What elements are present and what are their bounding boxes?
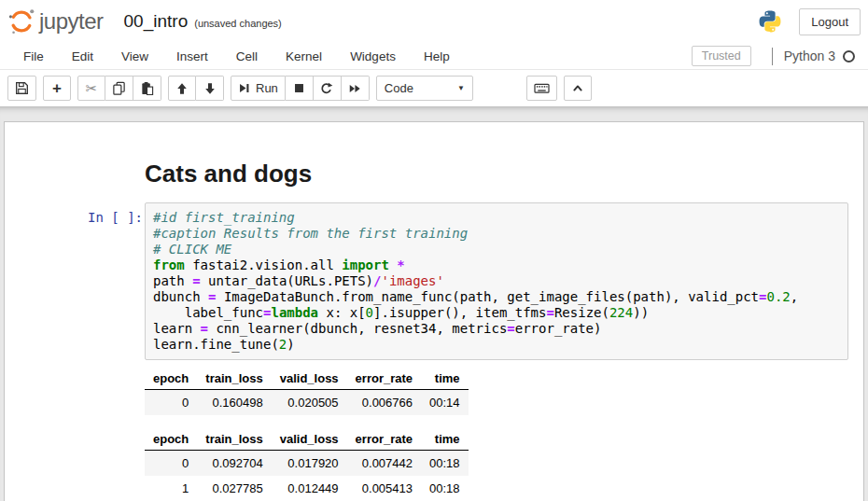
cut-cell-button[interactable]: ✂ <box>77 76 105 101</box>
menu-kernel[interactable]: Kernel <box>272 44 336 69</box>
cell-type-value: Code <box>385 81 413 95</box>
training-progress-table: epochtrain_lossvalid_losserror_ratetime0… <box>145 428 469 501</box>
run-button-label: Run <box>256 81 278 95</box>
floppy-disk-icon <box>15 81 29 95</box>
clipboard-paste-icon <box>140 81 154 95</box>
refresh-icon <box>320 82 333 95</box>
save-button[interactable] <box>7 76 36 101</box>
input-area[interactable]: #id first_training#caption Results from … <box>145 202 848 360</box>
step-forward-icon <box>238 82 250 94</box>
add-cell-button[interactable]: + <box>43 76 71 101</box>
menu-file[interactable]: File <box>9 44 58 69</box>
menu-insert[interactable]: Insert <box>162 44 222 69</box>
menu-edit[interactable]: Edit <box>58 44 107 69</box>
interrupt-kernel-button[interactable] <box>286 76 314 101</box>
logout-button[interactable]: Logout <box>799 8 861 35</box>
command-palette-button[interactable] <box>526 76 557 101</box>
arrow-down-icon <box>203 82 217 95</box>
paste-cell-button[interactable] <box>133 76 161 101</box>
scissors-icon: ✂ <box>86 81 98 95</box>
code-editor[interactable]: #id first_training#caption Results from … <box>153 210 840 353</box>
cell-type-dropdown[interactable]: Code ▼ <box>376 76 473 101</box>
move-cell-up-button[interactable] <box>168 76 196 101</box>
scroll-collapse-button[interactable] <box>564 76 592 101</box>
notebook-title[interactable]: 00_intro <box>124 11 189 32</box>
trusted-badge[interactable]: Trusted <box>692 46 751 66</box>
menu-cell[interactable]: Cell <box>222 44 272 69</box>
table-row: 00.1604980.0205050.00676600:14 <box>145 390 469 416</box>
code-cell[interactable]: In [ ]: #id first_training#caption Resul… <box>5 202 863 360</box>
run-cell-button[interactable]: Run <box>231 76 286 101</box>
arrow-up-icon <box>175 82 189 95</box>
menu-view[interactable]: View <box>107 44 162 69</box>
output-area: epochtrain_lossvalid_losserror_ratetime0… <box>5 368 863 501</box>
table-row: 00.0927040.0179200.00744200:18 <box>145 451 469 477</box>
notebook-container: Cats and dogs In [ ]: #id first_training… <box>4 121 864 501</box>
menu-help[interactable]: Help <box>410 44 464 69</box>
chevron-up-icon <box>571 82 584 94</box>
site-background: Cats and dogs In [ ]: #id first_training… <box>0 106 868 501</box>
fast-forward-icon <box>348 82 361 95</box>
copy-cell-button[interactable] <box>105 76 133 101</box>
kernel-idle-circle-icon <box>843 50 855 63</box>
markdown-cell[interactable]: Cats and dogs <box>5 160 863 188</box>
stop-square-icon <box>293 82 305 94</box>
keyboard-icon <box>534 81 550 95</box>
autosave-status: (unsaved changes) <box>194 18 282 29</box>
header: jupyter 00_intro (unsaved changes) Logou… <box>0 0 868 43</box>
jupyter-wordmark: jupyter <box>39 8 104 35</box>
table-row: 10.0277850.0124490.00541300:18 <box>145 476 469 501</box>
page-title: Cats and dogs <box>145 160 863 188</box>
chevron-down-icon: ▼ <box>457 84 465 92</box>
plus-icon: + <box>52 80 62 96</box>
restart-kernel-button[interactable] <box>314 76 342 101</box>
python-logo-icon <box>758 9 782 34</box>
toolbar: + ✂ <box>0 70 868 106</box>
input-prompt: In [ ]: <box>88 202 145 360</box>
move-cell-down-button[interactable] <box>196 76 224 101</box>
restart-run-all-button[interactable] <box>342 76 370 101</box>
kernel-name: Python 3 <box>784 49 835 63</box>
menu-widgets[interactable]: Widgets <box>336 44 410 69</box>
copy-icon <box>112 81 126 95</box>
menubar: File Edit View Insert Cell Kernel Widget… <box>0 43 868 70</box>
training-progress-table: epochtrain_lossvalid_losserror_ratetime0… <box>145 368 469 415</box>
jupyter-logo[interactable]: jupyter <box>7 7 104 35</box>
jupyter-logo-icon <box>7 7 35 35</box>
kernel-divider <box>772 48 773 65</box>
